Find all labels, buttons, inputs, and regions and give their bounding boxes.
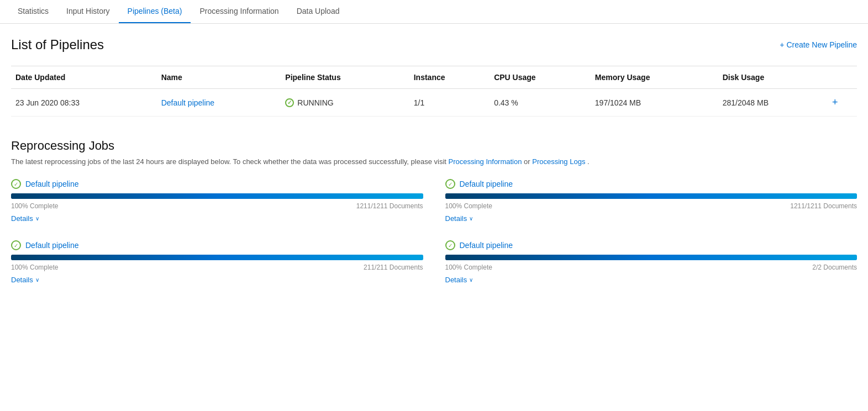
reprocessing-jobs-title: Reprocessing Jobs xyxy=(11,139,857,153)
progress-bar-container-3 xyxy=(11,255,423,260)
progress-bar-fill-3 xyxy=(11,255,423,260)
documents-label-4: 2/2 Documents xyxy=(812,264,857,271)
tab-statistics[interactable]: Statistics xyxy=(9,0,57,23)
progress-bar-fill-2 xyxy=(445,193,858,199)
tab-input-history[interactable]: Input History xyxy=(57,0,119,23)
job-pipeline-name-1[interactable]: Default pipeline xyxy=(25,180,79,188)
tab-data-upload[interactable]: Data Upload xyxy=(288,0,349,23)
col-disk-usage: Disk Usage xyxy=(718,66,828,89)
page-title: List of Pipelines xyxy=(11,37,104,52)
job-check-icon-1: ✓ xyxy=(11,179,21,189)
cell-add: + xyxy=(828,89,857,117)
details-label-4: Details xyxy=(445,276,467,284)
details-button-4[interactable]: Details ∨ xyxy=(445,276,474,284)
nav-tabs: Statistics Input History Pipelines (Beta… xyxy=(0,0,868,24)
reprocessing-jobs-section: Reprocessing Jobs The latest reprocessin… xyxy=(11,139,857,284)
processing-info-link[interactable]: Processing Information xyxy=(449,157,522,166)
job-check-icon-2: ✓ xyxy=(445,179,455,189)
cell-memory: 197/1024 MB xyxy=(591,89,718,117)
progress-bar-fill-4 xyxy=(445,255,858,260)
desc-period: . xyxy=(587,157,590,166)
cell-instance: 1/1 xyxy=(409,89,490,117)
complete-label-3: 100% Complete xyxy=(11,264,58,271)
job-card-4: ✓ Default pipeline 100% Complete 2/2 Doc… xyxy=(445,240,858,284)
documents-label-1: 1211/1211 Documents xyxy=(356,202,423,210)
details-label-2: Details xyxy=(445,214,467,223)
col-memory-usage: Memory Usage xyxy=(591,66,718,89)
desc-text: The latest reprocessing jobs of the last… xyxy=(11,157,449,166)
job-pipeline-name-2[interactable]: Default pipeline xyxy=(460,180,513,188)
main-content: List of Pipelines + Create New Pipeline … xyxy=(0,24,868,297)
details-button-3[interactable]: Details ∨ xyxy=(11,276,39,284)
complete-label-1: 100% Complete xyxy=(11,202,58,210)
progress-bar-fill-1 xyxy=(11,193,423,199)
job-card-1: ✓ Default pipeline 100% Complete 1211/12… xyxy=(11,179,423,223)
col-pipeline-status: Pipeline Status xyxy=(281,66,409,89)
chevron-down-icon-1: ∨ xyxy=(35,215,39,222)
cell-date-updated: 23 Jun 2020 08:33 xyxy=(11,89,157,117)
job-header-3: ✓ Default pipeline xyxy=(11,240,423,250)
page-header: List of Pipelines + Create New Pipeline xyxy=(11,37,857,52)
details-button-1[interactable]: Details ∨ xyxy=(11,214,39,223)
progress-info-1: 100% Complete 1211/1211 Documents xyxy=(11,202,423,210)
progress-info-4: 100% Complete 2/2 Documents xyxy=(445,264,858,271)
tab-pipelines-beta[interactable]: Pipelines (Beta) xyxy=(119,0,191,23)
create-new-pipeline-button[interactable]: + Create New Pipeline xyxy=(780,40,857,49)
complete-label-2: 100% Complete xyxy=(445,202,492,210)
col-actions xyxy=(828,66,857,89)
chevron-down-icon-3: ∨ xyxy=(35,277,39,283)
cell-cpu: 0.43 % xyxy=(490,89,591,117)
desc-or: or xyxy=(524,157,532,166)
reprocessing-desc: The latest reprocessing jobs of the last… xyxy=(11,157,857,166)
jobs-grid: ✓ Default pipeline 100% Complete 1211/12… xyxy=(11,179,857,284)
job-pipeline-name-4[interactable]: Default pipeline xyxy=(460,241,513,250)
pipeline-name-link[interactable]: Default pipeline xyxy=(161,98,215,107)
job-check-icon-3: ✓ xyxy=(11,240,21,250)
progress-bar-container-2 xyxy=(445,193,858,199)
cell-disk: 281/2048 MB xyxy=(718,89,828,117)
details-label-1: Details xyxy=(11,214,33,223)
details-button-2[interactable]: Details ∨ xyxy=(445,214,474,223)
complete-label-4: 100% Complete xyxy=(445,264,492,271)
tab-processing-information[interactable]: Processing Information xyxy=(191,0,287,23)
col-instance: Instance xyxy=(409,66,490,89)
cell-name: Default pipeline xyxy=(157,89,281,117)
col-date-updated: Date Updated xyxy=(11,66,157,89)
col-cpu-usage: CPU Usage xyxy=(490,66,591,89)
job-header-4: ✓ Default pipeline xyxy=(445,240,858,250)
progress-bar-container-1 xyxy=(11,193,423,199)
pipeline-table: Date Updated Name Pipeline Status Instan… xyxy=(11,66,857,117)
running-status-icon: ✓ xyxy=(285,98,294,107)
add-row-icon[interactable]: + xyxy=(832,97,838,108)
job-card-2: ✓ Default pipeline 100% Complete 1211/12… xyxy=(445,179,858,223)
progress-info-2: 100% Complete 1211/1211 Documents xyxy=(445,202,858,210)
job-card-3: ✓ Default pipeline 100% Complete 211/211… xyxy=(11,240,423,284)
processing-logs-link[interactable]: Processing Logs xyxy=(532,157,585,166)
job-header-1: ✓ Default pipeline xyxy=(11,179,423,189)
job-header-2: ✓ Default pipeline xyxy=(445,179,858,189)
table-header-row: Date Updated Name Pipeline Status Instan… xyxy=(11,66,857,89)
job-pipeline-name-3[interactable]: Default pipeline xyxy=(25,241,79,250)
documents-label-3: 211/211 Documents xyxy=(364,264,423,271)
progress-bar-container-4 xyxy=(445,255,858,260)
table-row: 23 Jun 2020 08:33 Default pipeline ✓ RUN… xyxy=(11,89,857,117)
cell-status: ✓ RUNNING xyxy=(281,89,409,117)
progress-info-3: 100% Complete 211/211 Documents xyxy=(11,264,423,271)
chevron-down-icon-2: ∨ xyxy=(469,215,473,222)
job-check-icon-4: ✓ xyxy=(445,240,455,250)
chevron-down-icon-4: ∨ xyxy=(469,277,473,283)
details-label-3: Details xyxy=(11,276,33,284)
status-running: ✓ RUNNING xyxy=(285,98,404,107)
col-name: Name xyxy=(157,66,281,89)
status-label: RUNNING xyxy=(297,98,333,107)
documents-label-2: 1211/1211 Documents xyxy=(790,202,857,210)
